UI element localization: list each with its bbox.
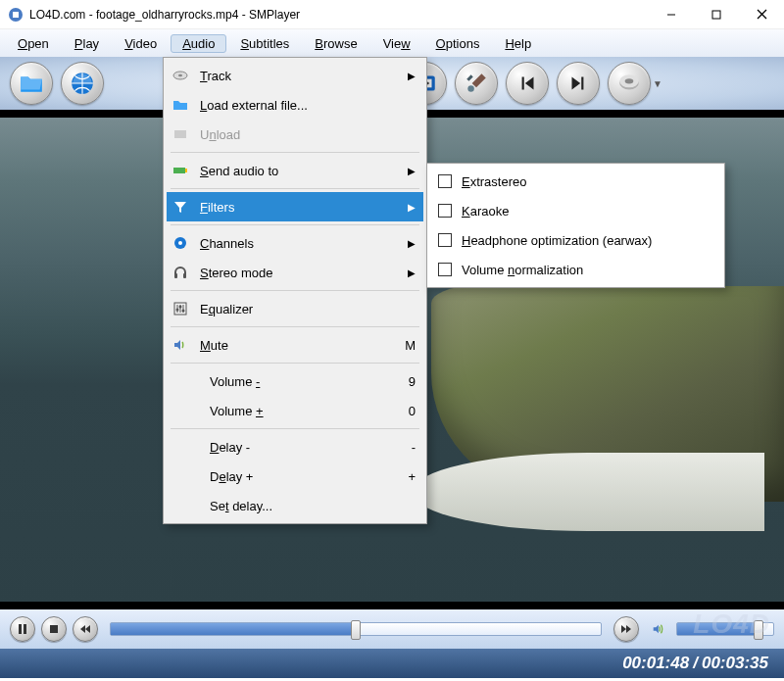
titlebar: LO4D.com - footage_oldharryrocks.mp4 - S… [0,0,784,29]
unload-icon [171,124,190,144]
menu-item-label: Set delay... [200,499,416,513]
previous-button[interactable] [506,62,549,105]
menu-play[interactable]: Play [63,34,111,53]
filter-label: Volume normalization [462,263,583,277]
blank-icon [171,437,190,457]
checkbox[interactable] [438,263,452,276]
filters-submenu: ExtrastereoKaraokeHeadphone optimization… [426,163,725,288]
submenu-arrow-icon: ▶ [408,166,416,176]
blank-icon [171,401,190,420]
preferences-button[interactable] [455,62,498,105]
menu-item-delay[interactable]: Delay -- [167,432,423,462]
channels-icon [171,233,190,253]
open-url-button[interactable] [61,62,104,105]
svg-rect-17 [185,169,187,172]
menu-open[interactable]: Open [6,34,61,53]
menu-item-label: Send audio to [200,164,398,178]
shortcut: + [408,469,416,484]
menu-item-label: Load external file... [200,98,416,113]
menu-item-label: Equalizer [200,302,416,316]
volume-icon[interactable] [645,616,670,642]
svg-point-19 [178,241,182,245]
menu-help[interactable]: Help [493,34,543,53]
menu-item-volume[interactable]: Volume +0 [167,396,423,425]
blank-icon [171,496,190,515]
rewind-button[interactable] [73,616,98,642]
menu-item-load-external-file[interactable]: Load external file... [167,90,423,120]
menu-item-label: Channels [200,236,398,251]
shortcut: M [405,338,416,353]
volume-slider[interactable] [676,622,774,636]
stop-button[interactable] [41,616,67,642]
blank-icon [171,466,190,486]
filter-volume-normalization[interactable]: Volume normalization [430,255,721,284]
svg-rect-21 [183,273,186,278]
menu-item-stereo-mode[interactable]: Stereo mode▶ [167,258,423,287]
svg-rect-16 [173,168,185,173]
eq-icon [171,299,190,318]
menu-item-mute[interactable]: MuteM [167,330,423,360]
menu-item-label: Delay - [200,440,402,455]
menu-item-label: Stereo mode [200,266,398,280]
filter-karaoke[interactable]: Karaoke [430,196,721,225]
menu-item-label: Mute [200,338,395,353]
menu-item-label: Track [200,69,398,83]
menu-item-delay[interactable]: Delay ++ [167,462,423,491]
submenu-arrow-icon: ▶ [408,202,416,213]
pause-button[interactable] [10,616,35,642]
menu-view[interactable]: View [371,34,422,53]
menu-item-track[interactable]: Track▶ [167,61,423,90]
headphones-icon [171,263,190,282]
next-button[interactable] [557,62,600,105]
filter-label: Karaoke [462,204,509,219]
svg-rect-3 [712,11,720,19]
menu-item-filters[interactable]: Filters▶ [167,192,423,221]
menu-item-volume[interactable]: Volume -9 [167,366,423,396]
menu-options[interactable]: Options [424,34,492,53]
shortcut: - [412,440,416,455]
menu-video[interactable]: Video [113,34,169,53]
soundcard-icon [171,161,190,180]
menu-item-set-delay[interactable]: Set delay... [167,491,423,520]
checkbox[interactable] [438,233,452,247]
filter-extrastereo[interactable]: Extrastereo [430,167,721,196]
menu-item-label: Delay + [200,469,398,484]
menu-item-label: Unload [200,127,416,142]
svg-point-27 [179,306,182,309]
maximize-button[interactable] [694,0,739,29]
menu-item-equalizer[interactable]: Equalizer [167,294,423,323]
menu-item-label: Volume + [200,404,399,418]
status-bar: 00:01:48 / 00:03:35 [0,649,784,678]
menu-item-send-audio-to[interactable]: Send audio to▶ [167,156,423,185]
svg-point-28 [182,310,185,313]
submenu-arrow-icon: ▶ [408,71,416,81]
svg-rect-15 [174,130,186,138]
submenu-arrow-icon: ▶ [408,238,416,249]
checkbox[interactable] [438,174,452,188]
svg-point-26 [176,309,179,312]
audio-menu: Track▶Load external file...UnloadSend au… [163,57,427,524]
menu-audio[interactable]: Audio [171,34,226,53]
chevron-down-icon[interactable]: ▼ [653,78,662,89]
audio-device-button[interactable] [608,62,651,105]
window-title: LO4D.com - footage_oldharryrocks.mp4 - S… [29,8,649,22]
filter-icon [171,197,190,217]
minimize-button[interactable] [649,0,694,29]
filter-headphone-optimization-earwax[interactable]: Headphone optimization (earwax) [430,225,721,255]
filter-label: Extrastereo [462,174,526,189]
menubar: OpenPlayVideoAudioSubtitlesBrowseViewOpt… [0,29,784,57]
forward-button[interactable] [613,616,639,642]
seek-slider[interactable] [110,622,602,636]
close-button[interactable] [739,0,784,29]
open-file-button[interactable] [10,62,53,105]
shortcut: 0 [409,404,416,418]
checkbox[interactable] [438,204,452,218]
menu-item-channels[interactable]: Channels▶ [167,228,423,258]
svg-rect-1 [13,12,19,18]
svg-rect-29 [19,624,22,634]
shortcut: 9 [409,374,416,389]
blank-icon [171,371,190,391]
menu-browse[interactable]: Browse [303,34,368,53]
time-current: 00:01:48 [622,654,689,673]
menu-subtitles[interactable]: Subtitles [228,34,301,53]
